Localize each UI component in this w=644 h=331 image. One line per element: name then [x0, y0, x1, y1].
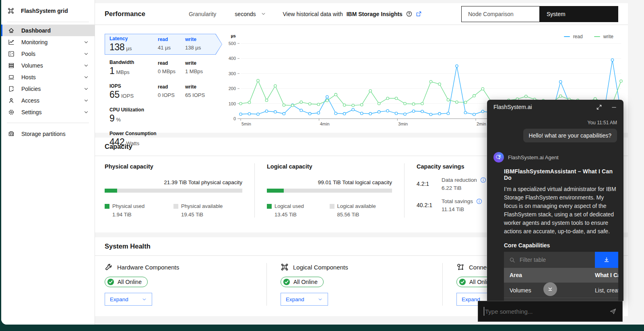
settings-icon: [8, 109, 14, 115]
savings-label: Total savings: [442, 198, 473, 204]
table-rows: VolumesList, create, rVolume GroupsList,…: [504, 282, 618, 301]
download-button[interactable]: [595, 252, 618, 268]
capacity-column-heading: Logical capacity: [267, 163, 392, 170]
sidebar-item-label: Monitoring: [21, 39, 47, 45]
metric-unit: Watts: [126, 140, 139, 146]
sidebar-item-hosts[interactable]: Hosts: [1, 71, 95, 83]
storage-partitions-icon: [8, 131, 14, 137]
sidebar-item-label: Storage partitions: [21, 131, 66, 137]
metric-write-label: write: [185, 36, 217, 42]
legend-write[interactable]: write: [594, 34, 613, 39]
expand-button[interactable]: Expand: [281, 293, 328, 306]
capacity-column-heading: Physical capacity: [105, 163, 242, 170]
svg-text:0: 0: [233, 116, 236, 121]
expand-label: Expand: [462, 296, 480, 302]
status-badge: All Online: [281, 277, 324, 287]
savings-value: 11.14 TiB: [442, 206, 482, 212]
capacity-bar: [105, 189, 242, 193]
minimize-icon[interactable]: [611, 104, 617, 110]
legend-swatch: [267, 204, 272, 209]
sidebar-item-access[interactable]: Access: [1, 95, 95, 106]
metric-power-consumption[interactable]: Power Consumption442Watts: [105, 129, 222, 150]
historical-data-link: View historical data with IBM Storage In…: [283, 11, 422, 17]
app-window: FlashSystem grid DashboardMonitoringPool…: [1, 0, 644, 325]
expand-label: Expand: [110, 296, 128, 302]
performance-header: Performance Granularity seconds View his…: [95, 3, 628, 25]
sidebar-item-policies[interactable]: Policies: [1, 83, 95, 95]
table-row-volume-groups[interactable]: Volume GroupsList, create: [504, 298, 618, 301]
legend-label: Physical used: [112, 203, 144, 209]
agent-avatar: [493, 152, 504, 162]
legend-swatch: [330, 204, 334, 209]
metric-value: 442: [109, 137, 124, 147]
send-icon[interactable]: [609, 308, 617, 315]
chat-message-input[interactable]: [485, 308, 609, 315]
node-comparison-button[interactable]: Node Comparison: [461, 6, 540, 22]
sidebar-item-label: Volumes: [21, 62, 43, 69]
scroll-to-bottom-button[interactable]: [543, 282, 557, 296]
sidebar-item-pools[interactable]: Pools: [1, 48, 95, 60]
check-circle-icon: [283, 278, 290, 286]
sidebar-item-label: Hosts: [21, 74, 36, 80]
maximize-icon[interactable]: [596, 104, 602, 110]
expand-label: Expand: [286, 296, 304, 302]
sidebar-brand: FlashSystem grid: [1, 0, 95, 22]
agent-message-heading: IBMFlashSystemAssistant – What I Can Do: [504, 168, 617, 181]
capacity-legend-item: Logical used13.45 TiB: [267, 203, 330, 218]
svg-text:µs: µs: [231, 33, 236, 38]
legend-value: 85.56 TiB: [337, 212, 392, 218]
metric-name: Power Consumption: [109, 131, 158, 136]
metric-iops[interactable]: IOPS65IOPSread0 IOPSwrite65 IOPS: [105, 81, 222, 102]
chart-legend: readwrite: [564, 34, 613, 39]
sidebar-item-volumes[interactable]: Volumes: [1, 60, 95, 71]
metric-read-label: read: [158, 60, 185, 66]
chat-body: You 11:51 AM Hello! what are your capabi…: [487, 120, 623, 301]
metric-read-value: 0 MBps: [158, 68, 185, 74]
table-header-area: Area: [510, 272, 595, 278]
metric-tiles: Latency138µsread41 µswrite138 µsBandwidt…: [105, 34, 222, 152]
metric-cpu-utilization[interactable]: CPU Utilization9%: [105, 105, 222, 126]
legend-label: write: [603, 34, 613, 39]
sidebar-item-label: Pools: [21, 51, 35, 57]
system-button[interactable]: System: [540, 6, 618, 22]
metric-bandwidth[interactable]: Bandwidth1MBpsread0 MBpswrite1 MBps: [105, 58, 222, 78]
sidebar-item-monitoring[interactable]: Monitoring: [1, 36, 95, 48]
granularity-label: Granularity: [189, 11, 216, 17]
expand-button[interactable]: Expand: [105, 293, 152, 306]
svg-text:2min: 2min: [477, 121, 486, 126]
health-column-label: Hardware Components: [117, 264, 179, 271]
legend-swatch: [594, 36, 600, 37]
help-icon[interactable]: [406, 11, 412, 17]
monitoring-icon: [8, 39, 14, 45]
status-text: All Online: [118, 279, 142, 285]
info-icon[interactable]: [480, 177, 486, 183]
sidebar-item-dashboard[interactable]: Dashboard: [1, 25, 95, 36]
info-icon[interactable]: [476, 198, 482, 204]
capacity-bar-used: [105, 189, 117, 193]
table-row-volumes[interactable]: VolumesList, create, r: [504, 282, 618, 298]
performance-title: Performance: [105, 10, 145, 18]
metric-value: 65: [109, 89, 120, 100]
granularity-dropdown[interactable]: seconds: [235, 11, 266, 17]
sidebar-item-label: Policies: [21, 86, 41, 92]
metric-latency[interactable]: Latency138µsread41 µswrite138 µs: [105, 34, 222, 55]
chevron-down-icon: [83, 74, 89, 80]
legend-read[interactable]: read: [564, 34, 583, 39]
flashsystem-ai-panel: FlashSystem.ai You 11:51 AM Hello! what …: [487, 100, 623, 301]
capacity-column-logical-capacity: Logical capacity99.01 TiB Total logical …: [254, 163, 404, 218]
metric-unit: µs: [126, 45, 132, 51]
metric-value: 1: [109, 66, 115, 76]
launch-icon[interactable]: [416, 11, 422, 17]
metric-unit: MBps: [116, 69, 130, 75]
chevron-down-icon: [83, 86, 89, 92]
home-icon: [8, 27, 14, 34]
metric-write-value: 1 MBps: [185, 68, 217, 74]
metric-write-label: write: [185, 60, 217, 66]
sidebar-item-storage-partitions[interactable]: Storage partitions: [1, 128, 95, 140]
svg-text:200: 200: [229, 86, 236, 91]
chevron-down-icon: [83, 109, 89, 115]
policies-icon: [8, 86, 14, 92]
sidebar-item-settings[interactable]: Settings: [1, 106, 95, 118]
hosts-icon: [8, 74, 14, 80]
filter-table-input[interactable]: [520, 257, 576, 263]
